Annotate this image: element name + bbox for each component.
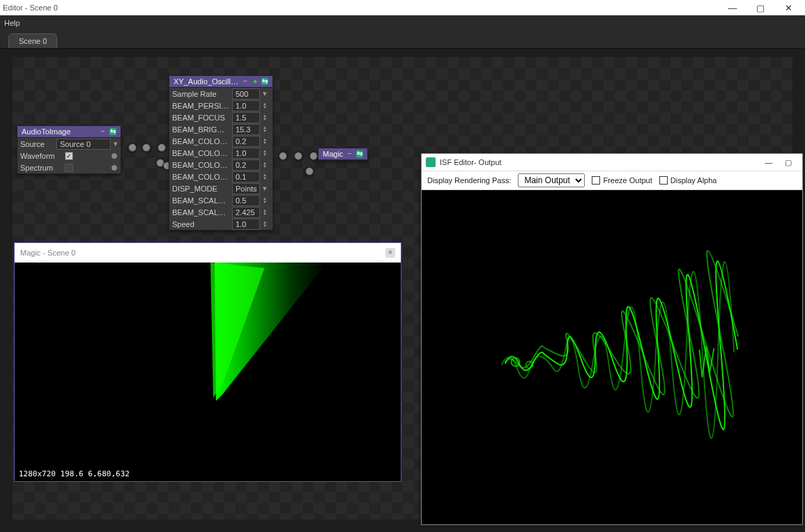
preview-header[interactable]: Magic - Scene 0 × (15, 243, 401, 263)
node-audio-to-image[interactable]: AudioToImage − ⇆ Source Source 0 ▾ Wavef… (17, 125, 121, 174)
param-value[interactable]: 0.2 (232, 159, 260, 171)
minimize-icon[interactable]: − (346, 150, 353, 157)
output-port[interactable] (270, 197, 271, 204)
output-window[interactable]: ISF Editor- Output — ▢ Display Rendering… (421, 153, 803, 525)
preview-viewport: 1280x720 198.6 6,680,632 (15, 263, 401, 481)
output-port[interactable] (270, 185, 271, 192)
dropdown-icon[interactable]: ▾ (263, 89, 267, 98)
node-oscilloscope[interactable]: XY_Audio_Oscilloscope... − ● ⇆ Sample Ra… (169, 75, 273, 230)
spinner-icon[interactable]: ▲▼ (263, 209, 267, 216)
wire-knob[interactable] (142, 143, 151, 152)
window-maximize-button[interactable]: ▢ (746, 3, 774, 13)
output-port[interactable] (270, 150, 271, 157)
main-titlebar: Editor - Scene 0 — ▢ ✕ (0, 0, 805, 15)
spinner-icon[interactable]: ▲▼ (263, 221, 267, 228)
param-waveform: Waveform ✓ (17, 150, 121, 162)
wire-knob[interactable] (309, 152, 318, 160)
pass-select[interactable]: Main Output (518, 173, 585, 187)
output-port[interactable] (270, 162, 271, 169)
param-value[interactable]: 1.0 (232, 100, 260, 111)
minimize-icon[interactable]: − (242, 78, 249, 85)
param-value[interactable]: 2.425 (232, 207, 260, 218)
preview-title: Magic - Scene 0 (20, 249, 75, 257)
param-value[interactable]: 500 (232, 88, 260, 100)
param-value[interactable]: 0.5 (232, 195, 260, 206)
node-header[interactable]: AudioToImage − ⇆ (17, 126, 121, 138)
preview-close-button[interactable]: × (385, 248, 395, 258)
output-image (422, 190, 802, 524)
spinner-icon[interactable]: ▲▼ (263, 126, 267, 133)
param-value[interactable]: Source 0 (56, 139, 111, 150)
param-value[interactable]: 15.3 (232, 124, 260, 135)
node-title: Magic (323, 150, 344, 158)
preview-panel[interactable]: Magic - Scene 0 × 1280x720 198.6 6,680,6… (14, 242, 401, 482)
param-row: BEAM_COLOR R0.2▲▼ (169, 135, 273, 147)
output-toolbar: Display Rendering Pass: Main Output Free… (422, 171, 802, 190)
param-row: Sample Rate500▾ (169, 88, 273, 100)
tab-scene-0[interactable]: Scene 0 (8, 33, 57, 48)
output-port[interactable] (270, 221, 271, 228)
spinner-icon[interactable]: ▲▼ (263, 102, 267, 109)
output-port[interactable] (111, 152, 118, 159)
wire-knob[interactable] (294, 152, 302, 160)
resize-icon[interactable]: ⇆ (356, 150, 363, 157)
param-label: BEAM_PERSIST... (172, 102, 229, 110)
param-value[interactable]: 0.1 (232, 171, 260, 182)
param-value[interactable]: 0.2 (232, 136, 260, 147)
output-titlebar[interactable]: ISF Editor- Output — ▢ (422, 154, 802, 171)
node-magic[interactable]: Magic − ⇆ (318, 148, 368, 161)
wire-knob[interactable] (158, 143, 166, 152)
param-label: BEAM_SCALE_X (172, 196, 229, 205)
spinner-icon[interactable]: ▲▼ (263, 162, 267, 169)
node-title: XY_Audio_Oscilloscope... (174, 77, 239, 86)
spinner-icon[interactable]: ▲▼ (263, 138, 267, 145)
spinner-icon[interactable]: ▲▼ (263, 173, 267, 180)
node-header[interactable]: Magic − ⇆ (319, 148, 367, 160)
checkbox-icon (592, 176, 600, 185)
spinner-icon[interactable]: ▲▼ (263, 150, 267, 157)
spectrum-checkbox[interactable] (65, 164, 73, 172)
param-label: DISP_MODE (172, 185, 229, 193)
param-value[interactable]: 1.0 (232, 148, 260, 159)
minimize-icon[interactable]: − (100, 128, 107, 135)
param-label: Spectrum (20, 164, 62, 172)
node-editor-canvas[interactable]: AudioToImage − ⇆ Source Source 0 ▾ Wavef… (6, 50, 799, 526)
resize-icon[interactable]: ⇆ (261, 78, 268, 85)
output-port[interactable] (270, 114, 271, 121)
waveform-checkbox[interactable]: ✓ (65, 152, 73, 160)
wire-knob[interactable] (305, 167, 314, 175)
freeze-checkbox[interactable]: Freeze Output (592, 176, 652, 185)
param-row: BEAM_BRIGHT...15.3▲▼ (169, 123, 273, 135)
param-source: Source Source 0 ▾ (17, 138, 121, 150)
spinner-icon[interactable]: ▲▼ (263, 114, 267, 121)
output-port[interactable] (270, 173, 271, 180)
wire-knob[interactable] (279, 152, 287, 160)
alpha-checkbox[interactable]: Display Alpha (659, 176, 717, 185)
window-close-button[interactable]: ✕ (774, 3, 802, 13)
output-minimize-button[interactable]: — (759, 158, 779, 166)
output-port[interactable] (270, 91, 271, 97)
menu-help[interactable]: Help (4, 19, 20, 27)
window-minimize-button[interactable]: — (719, 3, 746, 13)
output-port[interactable] (111, 164, 118, 171)
output-maximize-button[interactable]: ▢ (779, 158, 798, 167)
param-label: BEAM_SCALE_Y (172, 208, 229, 217)
param-value[interactable]: Points (232, 183, 260, 194)
output-port[interactable] (270, 102, 271, 109)
spinner-icon[interactable]: ▲▼ (263, 197, 267, 204)
param-value[interactable]: 1.0 (232, 219, 260, 230)
param-row: BEAM_SCALE_Y2.425▲▼ (169, 206, 273, 218)
param-value[interactable]: 1.5 (232, 112, 260, 123)
node-header[interactable]: XY_Audio_Oscilloscope... − ● ⇆ (169, 76, 273, 88)
dropdown-icon[interactable]: ▾ (263, 184, 267, 193)
checkbox-label: Display Alpha (670, 176, 717, 185)
resize-icon[interactable]: ⇆ (109, 128, 116, 135)
dropdown-icon[interactable]: ▾ (114, 139, 118, 148)
output-port[interactable] (270, 209, 271, 216)
output-port[interactable] (270, 138, 271, 145)
param-label: Source (20, 140, 54, 148)
output-port[interactable] (270, 126, 271, 133)
param-label: BEAM_COLOR A (172, 173, 229, 181)
wire-knob[interactable] (128, 143, 137, 152)
param-label: BEAM_BRIGHT... (172, 125, 229, 134)
